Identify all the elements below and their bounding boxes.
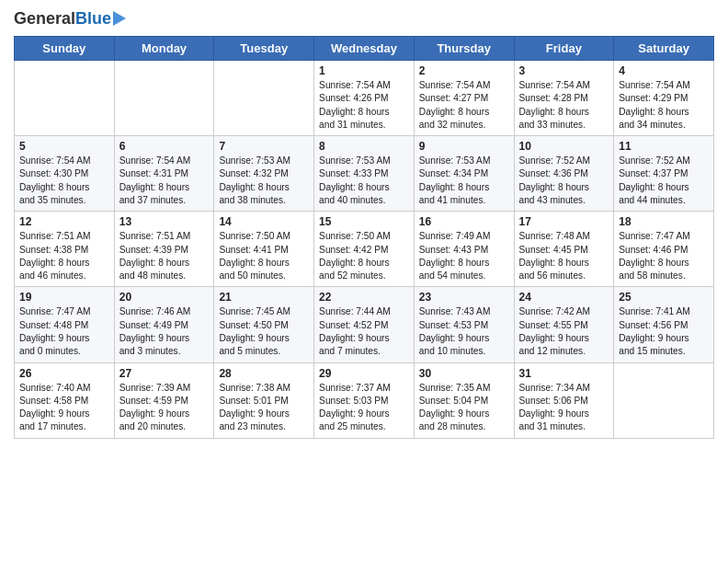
calendar-week-2: 5Sunrise: 7:54 AM Sunset: 4:30 PM Daylig… [15,136,714,212]
day-number: 20 [119,291,210,304]
calendar-cell: 11Sunrise: 7:52 AM Sunset: 4:37 PM Dayli… [614,136,714,212]
weekday-header-thursday: Thursday [414,37,514,61]
day-number: 31 [519,367,609,380]
day-info: Sunrise: 7:54 AM Sunset: 4:29 PM Dayligh… [619,79,709,132]
calendar-cell: 10Sunrise: 7:52 AM Sunset: 4:36 PM Dayli… [514,136,614,212]
calendar-cell: 15Sunrise: 7:50 AM Sunset: 4:42 PM Dayli… [314,212,415,287]
calendar-cell: 2Sunrise: 7:54 AM Sunset: 4:27 PM Daylig… [414,61,514,136]
logo-general: General [14,9,75,29]
calendar-cell: 23Sunrise: 7:43 AM Sunset: 4:53 PM Dayli… [414,287,514,362]
day-info: Sunrise: 7:44 AM Sunset: 4:52 PM Dayligh… [319,305,409,358]
calendar-cell: 13Sunrise: 7:51 AM Sunset: 4:39 PM Dayli… [114,212,214,287]
calendar-cell: 8Sunrise: 7:53 AM Sunset: 4:33 PM Daylig… [314,136,415,212]
weekday-header-row: SundayMondayTuesdayWednesdayThursdayFrid… [15,37,714,61]
calendar-cell: 20Sunrise: 7:46 AM Sunset: 4:49 PM Dayli… [114,287,214,362]
main-container: General Blue SundayMondayTuesdayWednesda… [0,0,728,448]
day-number: 30 [419,367,509,380]
day-info: Sunrise: 7:54 AM Sunset: 4:30 PM Dayligh… [19,155,109,207]
day-info: Sunrise: 7:40 AM Sunset: 4:58 PM Dayligh… [19,382,109,434]
day-number: 19 [19,291,109,304]
day-info: Sunrise: 7:43 AM Sunset: 4:53 PM Dayligh… [419,305,509,358]
calendar-cell: 12Sunrise: 7:51 AM Sunset: 4:38 PM Dayli… [15,212,115,287]
logo-blue-part: Blue [75,9,111,29]
day-info: Sunrise: 7:54 AM Sunset: 4:26 PM Dayligh… [319,79,409,132]
weekday-header-tuesday: Tuesday [214,37,314,61]
logo: General Blue [14,9,126,29]
day-info: Sunrise: 7:54 AM Sunset: 4:31 PM Dayligh… [119,155,210,207]
calendar-cell: 18Sunrise: 7:47 AM Sunset: 4:46 PM Dayli… [614,212,714,287]
day-info: Sunrise: 7:35 AM Sunset: 5:04 PM Dayligh… [419,382,509,434]
calendar-cell: 21Sunrise: 7:45 AM Sunset: 4:50 PM Dayli… [214,287,314,362]
calendar-table: SundayMondayTuesdayWednesdayThursdayFrid… [14,36,714,439]
day-number: 6 [119,140,210,153]
calendar-cell: 16Sunrise: 7:49 AM Sunset: 4:43 PM Dayli… [414,212,514,287]
calendar-cell [614,362,714,438]
calendar-cell: 5Sunrise: 7:54 AM Sunset: 4:30 PM Daylig… [15,136,115,212]
logo-arrow-icon [113,11,126,26]
day-number: 1 [319,64,409,77]
day-info: Sunrise: 7:50 AM Sunset: 4:42 PM Dayligh… [319,230,409,282]
day-info: Sunrise: 7:53 AM Sunset: 4:33 PM Dayligh… [319,155,409,207]
day-number: 15 [319,215,409,228]
day-info: Sunrise: 7:34 AM Sunset: 5:06 PM Dayligh… [519,382,609,434]
day-info: Sunrise: 7:50 AM Sunset: 4:41 PM Dayligh… [219,230,309,282]
day-number: 28 [219,367,309,380]
day-info: Sunrise: 7:37 AM Sunset: 5:03 PM Dayligh… [319,382,409,434]
day-number: 25 [619,291,709,304]
day-number: 9 [419,140,509,153]
day-info: Sunrise: 7:48 AM Sunset: 4:45 PM Dayligh… [519,230,609,282]
day-number: 12 [19,215,109,228]
day-number: 5 [19,140,109,153]
weekday-header-friday: Friday [514,37,614,61]
day-info: Sunrise: 7:51 AM Sunset: 4:38 PM Dayligh… [19,230,109,282]
day-info: Sunrise: 7:52 AM Sunset: 4:36 PM Dayligh… [519,155,609,207]
calendar-cell: 1Sunrise: 7:54 AM Sunset: 4:26 PM Daylig… [314,61,415,136]
calendar-cell: 28Sunrise: 7:38 AM Sunset: 5:01 PM Dayli… [214,362,314,438]
weekday-header-sunday: Sunday [15,37,115,61]
day-number: 21 [219,291,309,304]
day-number: 10 [519,140,609,153]
day-number: 23 [419,291,509,304]
day-info: Sunrise: 7:47 AM Sunset: 4:46 PM Dayligh… [619,230,709,282]
header: General Blue [14,9,714,29]
day-info: Sunrise: 7:38 AM Sunset: 5:01 PM Dayligh… [219,382,309,434]
calendar-week-4: 19Sunrise: 7:47 AM Sunset: 4:48 PM Dayli… [15,287,714,362]
day-number: 16 [419,215,509,228]
calendar-cell: 17Sunrise: 7:48 AM Sunset: 4:45 PM Dayli… [514,212,614,287]
day-info: Sunrise: 7:39 AM Sunset: 4:59 PM Dayligh… [119,382,210,434]
weekday-header-monday: Monday [114,37,214,61]
calendar-cell: 4Sunrise: 7:54 AM Sunset: 4:29 PM Daylig… [614,61,714,136]
day-number: 22 [319,291,409,304]
day-number: 11 [619,140,709,153]
day-info: Sunrise: 7:49 AM Sunset: 4:43 PM Dayligh… [419,230,509,282]
logo-text: General Blue [14,9,126,29]
calendar-cell: 19Sunrise: 7:47 AM Sunset: 4:48 PM Dayli… [15,287,115,362]
calendar-cell: 29Sunrise: 7:37 AM Sunset: 5:03 PM Dayli… [314,362,415,438]
calendar-cell: 24Sunrise: 7:42 AM Sunset: 4:55 PM Dayli… [514,287,614,362]
day-number: 26 [19,367,109,380]
day-number: 14 [219,215,309,228]
calendar-cell: 31Sunrise: 7:34 AM Sunset: 5:06 PM Dayli… [514,362,614,438]
day-number: 7 [219,140,309,153]
day-info: Sunrise: 7:54 AM Sunset: 4:28 PM Dayligh… [519,79,609,132]
calendar-cell: 25Sunrise: 7:41 AM Sunset: 4:56 PM Dayli… [614,287,714,362]
day-info: Sunrise: 7:45 AM Sunset: 4:50 PM Dayligh… [219,305,309,358]
day-info: Sunrise: 7:47 AM Sunset: 4:48 PM Dayligh… [19,305,109,358]
calendar-cell [114,61,214,136]
calendar-cell: 7Sunrise: 7:53 AM Sunset: 4:32 PM Daylig… [214,136,314,212]
day-info: Sunrise: 7:52 AM Sunset: 4:37 PM Dayligh… [619,155,709,207]
calendar-cell: 22Sunrise: 7:44 AM Sunset: 4:52 PM Dayli… [314,287,415,362]
calendar-cell: 3Sunrise: 7:54 AM Sunset: 4:28 PM Daylig… [514,61,614,136]
weekday-header-saturday: Saturday [614,37,714,61]
day-number: 3 [519,64,609,77]
calendar-cell: 14Sunrise: 7:50 AM Sunset: 4:41 PM Dayli… [214,212,314,287]
day-info: Sunrise: 7:46 AM Sunset: 4:49 PM Dayligh… [119,305,210,358]
day-info: Sunrise: 7:53 AM Sunset: 4:34 PM Dayligh… [419,155,509,207]
day-info: Sunrise: 7:42 AM Sunset: 4:55 PM Dayligh… [519,305,609,358]
day-info: Sunrise: 7:54 AM Sunset: 4:27 PM Dayligh… [419,79,509,132]
calendar-cell [15,61,115,136]
day-number: 29 [319,367,409,380]
calendar-cell: 26Sunrise: 7:40 AM Sunset: 4:58 PM Dayli… [15,362,115,438]
day-number: 18 [619,215,709,228]
calendar-week-5: 26Sunrise: 7:40 AM Sunset: 4:58 PM Dayli… [15,362,714,438]
